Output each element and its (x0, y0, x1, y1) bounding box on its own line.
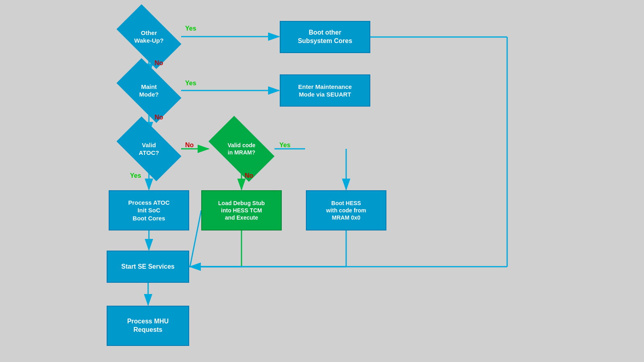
diamond1-label: OtherWake-Up? (134, 29, 164, 45)
rect-debug-stub: Load Debug Stubinto HESS TCMand Execute (201, 190, 282, 230)
rect-boot-subsystem: Boot otherSubsystem Cores (280, 21, 370, 53)
svg-line-12 (190, 210, 201, 267)
diamond3-label: ValidATOC? (139, 141, 159, 157)
diamond-other-wakeup: OtherWake-Up? (117, 16, 181, 57)
rect-process-atoc: Process ATOCInit SoCBoot Cores (109, 190, 189, 230)
rect4-label: Load Debug Stubinto HESS TCMand Execute (218, 200, 265, 222)
rect7-label: Process MHURequests (127, 317, 169, 334)
diamond4-label: Valid codein MRAM? (227, 142, 255, 156)
rect5-label: Boot HESSwith code fromMRAM 0x0 (326, 200, 366, 222)
diamond2-label: MaintMode? (139, 83, 159, 99)
diamond1-yes-label: Yes (185, 25, 196, 32)
diamond-maint-mode: MaintMode? (117, 70, 181, 111)
rect3-label: Process ATOCInit SoCBoot Cores (128, 199, 169, 222)
rect6-label: Start SE Services (121, 263, 175, 271)
diamond4-yes-label: Yes (279, 142, 291, 149)
rect-boot-hess: Boot HESSwith code fromMRAM 0x0 (306, 190, 386, 230)
rect-process-mhu: Process MHURequests (107, 306, 189, 346)
diamond-valid-mram: Valid codein MRAM? (208, 129, 275, 169)
diamond3-yes-label: Yes (130, 172, 141, 179)
rect2-label: Enter MaintenanceMode via SEUART (298, 83, 352, 99)
diamond4-no-label: No (245, 172, 253, 179)
diamond3-no-label: No (185, 142, 194, 149)
rect-start-se-services: Start SE Services (107, 251, 189, 283)
diamond-valid-atoc: ValidATOC? (117, 129, 181, 169)
diamond2-yes-label: Yes (185, 80, 196, 87)
rect-maintenance-mode: Enter MaintenanceMode via SEUART (280, 74, 370, 107)
diamond1-no-label: No (155, 60, 163, 67)
diamond2-no-label: No (155, 114, 163, 121)
